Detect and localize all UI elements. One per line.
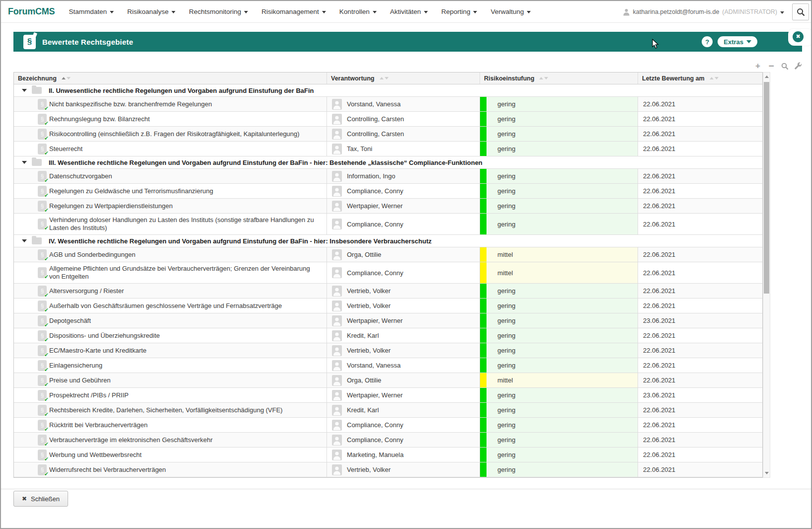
cell-verantwortung: Controlling, Carsten [327,112,480,126]
avatar-icon [332,375,342,386]
column-header-4[interactable]: Letzte Bewertung am [638,73,762,84]
legal-area-checked-icon: § [38,114,47,125]
cell-risikoeinstufung: gering [480,127,638,141]
cell-risikoeinstufung: mittel [480,262,638,283]
table-row[interactable]: §Außerhalb von Geschäftsräumen geschloss… [14,299,762,313]
evaluation-date: 22.06.2021 [643,187,675,195]
column-header-3[interactable]: Risikoeinstufung [480,73,638,84]
scroll-down-arrow[interactable] [763,469,770,477]
risk-label: gering [497,406,515,414]
close-dialog-button[interactable]: ✖ Schließen [13,491,68,507]
legal-area-name: AGB und Sonderbedingungen [49,251,135,259]
table-row[interactable]: §Altersversorgung / RiesterVertrieb, Vol… [14,284,762,299]
cell-letzte-bewertung: 22.06.2021 [638,214,762,234]
legal-area-checked-icon: § [38,144,47,154]
evaluation-date: 22.06.2021 [643,436,675,444]
menu-item-aktivitäten[interactable]: Aktivitäten [390,8,428,15]
cell-bezeichnung: §Nicht bankspezifische bzw. branchenfrem… [14,97,327,111]
legal-area-checked-icon: § [38,301,47,311]
help-button[interactable]: ? [702,36,713,47]
table-row[interactable]: §Preise und GebührenOrga, Ottiliemittel2… [14,373,762,388]
table-row[interactable]: §Verbraucherverträge im elektronischen G… [14,433,762,448]
owner-name: Vertrieb, Volker [347,287,391,295]
table-row[interactable]: §DatenschutzvorgabenInformation, Ingoger… [14,169,762,184]
risk-label: gering [497,187,515,195]
cell-letzte-bewertung: 22.06.2021 [638,199,762,213]
group-row[interactable]: III. Wesentliche rechtliche Regelungen u… [14,156,762,169]
settings-wrench-icon[interactable] [794,62,802,70]
remove-row-icon[interactable]: − [767,62,775,70]
table-row[interactable]: §SteuerrechtTax, Tonigering22.06.2021 [14,142,762,156]
collapse-triangle-icon[interactable] [22,89,27,92]
close-panel-button[interactable]: ✖ [793,31,804,42]
group-row[interactable]: IV. Wesentliche rechtliche Regelungen un… [14,235,762,247]
menu-item-risikomanagement[interactable]: Risikomanagement [261,8,326,15]
risk-label: gering [497,115,515,123]
menu-item-risikoanalyse[interactable]: Risikoanalyse [127,8,175,15]
table-row[interactable]: §Nicht bankspezifische bzw. branchenfrem… [14,97,762,112]
column-header-2[interactable]: Verantwortung [327,73,480,84]
risk-color-chip [480,462,487,477]
cell-bezeichnung: §AGB und Sonderbedingungen [14,247,327,262]
add-row-icon[interactable]: + [754,62,762,70]
table-row[interactable]: §Rücktritt bei VerbraucherverträgenCompl… [14,418,762,433]
table-row[interactable]: §AGB und SonderbedingungenOrga, Ottiliem… [14,247,762,262]
avatar-icon [332,186,342,197]
paragraph-document-icon: § [23,35,36,49]
table-row[interactable]: §Werbung und WettbewerbsrechtMarketing, … [14,448,762,462]
table-row[interactable]: §EinlagensicherungVorstand, Vanessagerin… [14,358,762,373]
table-row[interactable]: §Dispositions- und ÜberziehungskrediteKr… [14,328,762,343]
cell-bezeichnung: §Rechtsbereich Kredite, Darlehen, Sicher… [14,403,327,417]
cell-risikoeinstufung: gering [480,169,638,183]
user-menu[interactable]: katharina.petzoldt@forum-is.de (ADMINIST… [623,8,784,16]
cell-risikoeinstufung: gering [480,214,638,234]
table-search-icon[interactable] [781,62,789,70]
legal-area-checked-icon: § [38,405,47,416]
legal-area-name: Steuerrecht [49,145,82,153]
triangle-down-icon [765,472,769,474]
table-row[interactable]: §Rechnungslegung bzw. BilanzrechtControl… [14,112,762,127]
column-header-1[interactable]: Bezeichnung [14,73,327,84]
menu-item-verwaltung[interactable]: Verwaltung [490,8,531,15]
cell-risikoeinstufung: gering [480,97,638,111]
table-row[interactable]: §Rechtsbereich Kredite, Darlehen, Sicher… [14,403,762,418]
risk-color-chip [480,97,487,111]
risk-label: gering [497,421,515,429]
menu-item-kontrollen[interactable]: Kontrollen [339,8,377,15]
cell-letzte-bewertung: 22.06.2021 [638,262,762,283]
owner-name: Vertrieb, Volker [347,347,391,354]
scroll-up-arrow[interactable] [763,73,770,80]
table-row[interactable]: §Risikocontrolling (einschließlich z.B. … [14,127,762,142]
scrollbar-thumb[interactable] [764,82,769,294]
sort-arrows-icon [539,77,548,79]
cell-bezeichnung: §Regelungen zu Geldwäsche und Terrorismu… [14,184,327,198]
table-row[interactable]: §DepotgeschäftWertpapier, Wernergering23… [14,313,762,328]
cell-letzte-bewertung: 22.06.2021 [638,142,762,156]
table-row[interactable]: §Regelungen zu Geldwäsche und Terrorismu… [14,184,762,199]
table-row[interactable]: §Regelungen zu Wertpapierdienstleistunge… [14,199,762,214]
menu-item-reporting[interactable]: Reporting [441,8,478,15]
cell-letzte-bewertung: 22.06.2021 [638,328,762,343]
vertical-scrollbar[interactable] [763,72,770,478]
table-row[interactable]: §Widerrufsrecht bei Verbraucherverträgen… [14,462,762,477]
table-row[interactable]: §EC/Maestro-Karte und KreditkarteVertrie… [14,343,762,358]
legal-area-name: Verhinderung doloser Handlungen zu Laste… [49,216,322,232]
table-row[interactable]: §Verhinderung doloser Handlungen zu Last… [14,214,762,235]
owner-name: Tax, Toni [347,145,372,152]
legal-area-name: Allgemeine Pflichten und Grundsätze bei … [49,265,322,281]
table-row[interactable]: §Prospektrecht /PIBs / PRIIPWertpapier, … [14,388,762,403]
owner-name: Information, Ingo [347,172,396,180]
cell-verantwortung: Compliance, Conny [327,214,480,234]
extras-button[interactable]: Extras [718,36,757,47]
menu-item-stammdaten[interactable]: Stammdaten [69,8,114,15]
global-search-button[interactable] [792,3,809,20]
risk-label: gering [497,362,515,369]
collapse-triangle-icon[interactable] [22,239,27,242]
group-row[interactable]: II. Unwesentliche rechtliche Regelungen … [14,84,762,97]
table-row[interactable]: §Allgemeine Pflichten und Grundsätze bei… [14,262,762,284]
cell-verantwortung: Vorstand, Vanessa [327,358,480,373]
risk-color-chip [480,169,487,183]
menu-item-rechtsmonitoring[interactable]: Rechtsmonitoring [189,8,248,15]
legal-area-name: EC/Maestro-Karte und Kreditkarte [49,347,147,355]
collapse-triangle-icon[interactable] [22,161,27,164]
